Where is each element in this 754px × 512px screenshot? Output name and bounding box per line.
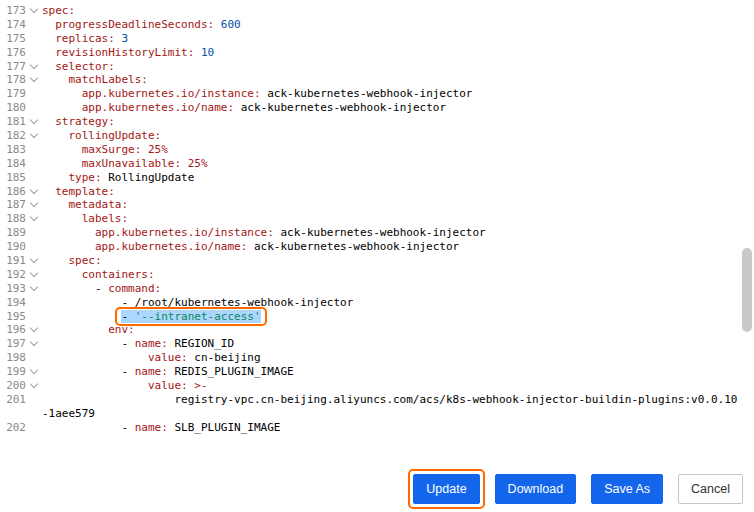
code-token: registry-vpc.cn-beijing.aliyuncs.com/acs… [174,393,737,406]
code-line[interactable]: 189 app.kubernetes.io/instance: ack-kube… [0,226,754,240]
code-segment: labels: [82,212,128,225]
code-line[interactable]: 187 metadata: [0,198,754,212]
code-line[interactable]: 173spec: [0,4,754,18]
code-line[interactable]: 199 - name: REDIS_PLUGIN_IMAGE [0,365,754,379]
code-token: ack-kubernetes-webhook-injector [234,101,446,114]
code-token: spec: [69,254,102,267]
fold-gutter-spacer [26,87,42,101]
code-token [214,18,221,31]
code-text: selector: [42,60,115,74]
code-token: labels: [82,212,128,225]
code-segment: type: RollingUpdate [69,171,195,184]
code-token: rollingUpdate: [69,129,162,142]
code-line[interactable]: 197 - name: REGION_ID [0,337,754,351]
code-line[interactable]: 200 value: >- [0,379,754,393]
code-line[interactable]: 201 registry-vpc.cn-beijing.aliyuncs.com… [0,393,754,407]
code-segment: maxSurge: 25% [82,143,168,156]
code-segment: app.kubernetes.io/instance: ack-kubernet… [82,87,473,100]
code-token: 25% [188,157,208,170]
code-line[interactable]: 182 rollingUpdate: [0,129,754,143]
code-token: value: [148,379,188,392]
fold-chevron-icon[interactable] [26,185,42,199]
update-button[interactable]: Update [413,474,479,504]
yaml-editor[interactable]: 173spec:174 progressDeadlineSeconds: 600… [0,0,754,445]
code-line[interactable]: 194 - /root/kubernetes-webhook-injector [0,296,754,310]
code-line[interactable]: 174 progressDeadlineSeconds: 600 [0,18,754,32]
code-token: value: [148,351,188,364]
code-token: - [121,310,134,323]
line-number: 175 [0,32,26,46]
code-token: app.kubernetes.io/name: [82,101,234,114]
fold-chevron-icon[interactable] [26,323,42,337]
code-line[interactable]: 180 app.kubernetes.io/name: ack-kubernet… [0,101,754,115]
code-token: maxUnavailable: [82,157,181,170]
code-line[interactable]: 179 app.kubernetes.io/instance: ack-kube… [0,87,754,101]
fold-chevron-icon[interactable] [26,198,42,212]
code-text: - name: REGION_ID [42,337,234,351]
editor-vertical-scrollbar[interactable] [742,0,752,440]
code-token: strategy: [55,115,115,128]
cancel-button[interactable]: Cancel [678,474,743,504]
save-as-button[interactable]: Save As [591,474,663,504]
code-text: - '--intranet-access' [42,310,261,324]
code-line[interactable]: 202 - name: SLB_PLUGIN_IMAGE [0,421,754,435]
line-number: 202 [0,421,26,435]
fold-chevron-icon[interactable] [26,379,42,393]
code-line[interactable]: 181 strategy: [0,115,754,129]
code-line[interactable]: 183 maxSurge: 25% [0,143,754,157]
code-token: ack-kubernetes-webhook-injector [247,240,459,253]
download-button[interactable]: Download [495,474,577,504]
code-line[interactable]: 196 env: [0,323,754,337]
code-token: cn-beijing [188,351,261,364]
fold-chevron-icon[interactable] [26,337,42,351]
code-segment: - name: SLB_PLUGIN_IMAGE [121,421,280,434]
code-line[interactable]: 191 spec: [0,254,754,268]
code-segment: template: [55,185,115,198]
fold-chevron-icon[interactable] [26,268,42,282]
code-line[interactable]: 176 revisionHistoryLimit: 10 [0,46,754,60]
code-line[interactable]: 190 app.kubernetes.io/name: ack-kubernet… [0,240,754,254]
code-line[interactable]: 184 maxUnavailable: 25% [0,157,754,171]
fold-gutter-spacer [26,143,42,157]
code-line[interactable]: 177 selector: [0,60,754,74]
line-number: 192 [0,268,26,282]
code-line[interactable]: 193 - command: [0,282,754,296]
code-token: SLB_PLUGIN_IMAGE [168,421,281,434]
scrollbar-thumb[interactable] [742,248,752,332]
fold-chevron-icon[interactable] [26,129,42,143]
code-token: replicas: [55,32,115,45]
fold-chevron-icon[interactable] [26,115,42,129]
code-segment: replicas: 3 [55,32,128,45]
line-number: 197 [0,337,26,351]
line-number: 189 [0,226,26,240]
code-line[interactable]: 185 type: RollingUpdate [0,171,754,185]
code-segment: selector: [55,60,115,73]
fold-chevron-icon[interactable] [26,282,42,296]
fold-chevron-icon[interactable] [26,73,42,87]
code-line[interactable]: 198 value: cn-beijing [0,351,754,365]
code-line[interactable]: 178 matchLabels: [0,73,754,87]
code-line[interactable]: 188 labels: [0,212,754,226]
line-number: 193 [0,282,26,296]
code-token: name: [135,337,168,350]
code-token: - [95,282,108,295]
fold-chevron-icon[interactable] [26,365,42,379]
code-token: 3 [121,32,128,45]
code-line[interactable]: 192 containers: [0,268,754,282]
code-line[interactable]: 195 - '--intranet-access' [0,310,754,324]
fold-chevron-icon[interactable] [26,4,42,18]
fold-gutter-spacer [26,32,42,46]
code-line[interactable]: 186 template: [0,185,754,199]
fold-chevron-icon[interactable] [26,254,42,268]
code-token: - /root/kubernetes-webhook-injector [121,296,353,309]
fold-chevron-icon[interactable] [26,212,42,226]
code-text: maxUnavailable: 25% [42,157,208,171]
code-token: REGION_ID [168,337,234,350]
code-line[interactable]: 175 replicas: 3 [0,32,754,46]
fold-gutter-spacer [26,296,42,310]
code-text: maxSurge: 25% [42,143,168,157]
code-line[interactable]: -1aee579 [0,407,754,421]
fold-chevron-icon[interactable] [26,60,42,74]
code-token: template: [55,185,115,198]
code-segment: env: [108,323,135,336]
